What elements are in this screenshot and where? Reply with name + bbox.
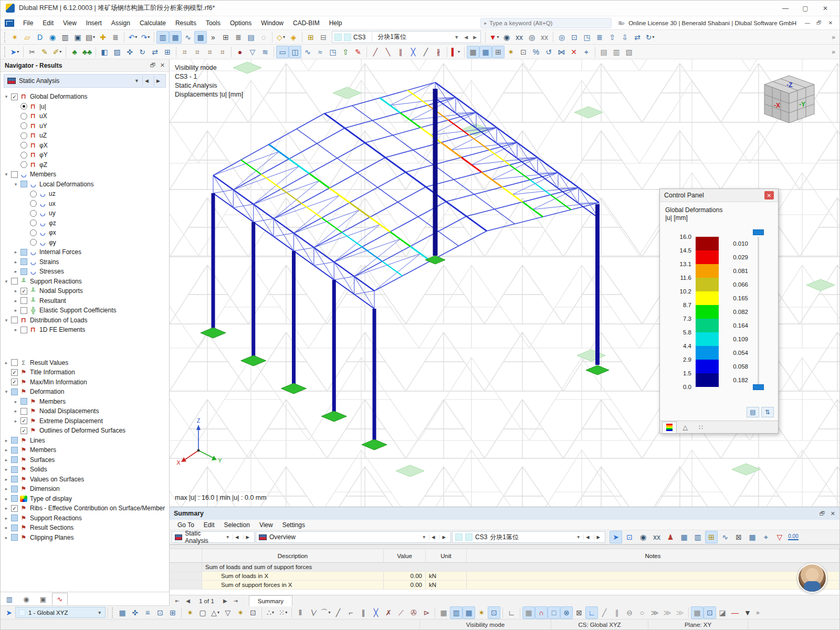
- toolbar-overflow-icon[interactable]: »: [830, 48, 837, 56]
- toolbar-grip[interactable]: [112, 607, 114, 618]
- snap-grid-button[interactable]: ▦: [522, 606, 535, 619]
- coordinate-system-combo[interactable]: 1 - Global XYZ ▼: [15, 607, 106, 618]
- tree-item-ribs-effective-contribution-on-surface-member[interactable]: ▸✓Ribs - Effective Contribution on Surfa…: [3, 503, 169, 513]
- checkbox-part[interactable]: [20, 249, 27, 256]
- control-panel-close-button[interactable]: ✕: [764, 191, 774, 200]
- print-preview-button[interactable]: ▥: [59, 31, 71, 44]
- edit-pen-button[interactable]: ✎: [38, 46, 51, 58]
- expander-icon[interactable]: ▸: [12, 327, 19, 332]
- move-copy-button[interactable]: ✜: [123, 46, 136, 58]
- tree-item-members[interactable]: ▸Members: [3, 397, 169, 407]
- snap-cross-button[interactable]: ⊠: [573, 606, 585, 619]
- expander-icon[interactable]: ▸: [12, 298, 19, 303]
- checkbox-check[interactable]: ✓: [11, 369, 18, 376]
- radio-selected[interactable]: [20, 103, 27, 110]
- redo-button[interactable]: ↷▾: [139, 31, 152, 44]
- checkbox-part[interactable]: [11, 476, 18, 482]
- tree-item-uz[interactable]: uZ: [3, 131, 169, 141]
- select-special-button[interactable]: ➤▾: [8, 46, 21, 58]
- expander-icon[interactable]: ▸: [12, 408, 19, 414]
- cube-face-z[interactable]: -Z: [786, 81, 792, 89]
- print-button[interactable]: ▤▾: [84, 31, 97, 44]
- display-mode-button[interactable]: ▦: [746, 531, 759, 543]
- expander-icon[interactable]: ▸: [12, 288, 19, 293]
- dim-4-button[interactable]: ╳: [407, 46, 419, 58]
- menu-tools[interactable]: Tools: [201, 17, 225, 29]
- checkbox-part[interactable]: [11, 524, 18, 531]
- search-input[interactable]: [489, 20, 608, 26]
- dropdown-caret-icon[interactable]: ▾: [652, 35, 654, 39]
- new-structure-view-button[interactable]: ⊞: [304, 31, 317, 44]
- radio-unselected[interactable]: [30, 191, 37, 197]
- checkbox-part[interactable]: [11, 486, 18, 492]
- tab-visibility-navigator[interactable]: ◉: [18, 593, 34, 605]
- summary-close-icon[interactable]: ✕: [831, 510, 835, 517]
- person-red-button[interactable]: ♟: [664, 531, 677, 543]
- pages-1-button[interactable]: ▤: [597, 46, 610, 58]
- tab-factors[interactable]: △: [678, 422, 692, 433]
- align-cs-button[interactable]: ≡: [141, 606, 154, 619]
- title-bar[interactable]: Dlubal RFEM | 6.12.0003 | 堆矿场钢结构施工阶段分析案例…: [1, 1, 839, 16]
- tab-filter[interactable]: ∷: [694, 422, 708, 433]
- expander-icon[interactable]: ▸: [12, 249, 19, 255]
- ucs-box-button[interactable]: ⊡: [154, 606, 166, 619]
- chevron-down-icon[interactable]: ▼: [134, 78, 139, 83]
- dropdown-caret-icon[interactable]: ▾: [135, 35, 137, 39]
- panel-button[interactable]: ▩: [194, 31, 207, 44]
- snap-arrow-2-button[interactable]: ≫: [661, 606, 674, 619]
- snap-magnet-button[interactable]: ∩: [535, 606, 548, 619]
- result-beam-button[interactable]: ∿: [301, 46, 314, 58]
- view-rotate-button[interactable]: ↻▾: [644, 31, 656, 44]
- value-list-button[interactable]: xx: [513, 31, 526, 44]
- gradient-fill-button[interactable]: ▨: [111, 46, 123, 58]
- dropdown-caret-icon[interactable]: ▾: [148, 35, 150, 39]
- axes-swap-button[interactable]: ⇄: [631, 31, 644, 44]
- hide-values-button[interactable]: xx: [650, 531, 663, 543]
- checkbox-off[interactable]: [20, 297, 27, 304]
- tree-item-uy[interactable]: uy: [3, 208, 169, 218]
- apply-eye-button[interactable]: ◎: [526, 31, 538, 44]
- menu-cad-bim[interactable]: CAD-BIM: [288, 17, 324, 29]
- tree-item-values-on-surfaces[interactable]: ▸Values on Surfaces: [3, 475, 169, 485]
- radio-unselected[interactable]: [30, 210, 37, 217]
- checkbox-part[interactable]: [11, 495, 18, 502]
- expander-icon[interactable]: ▸: [3, 438, 10, 443]
- printout-report-button[interactable]: ▤: [245, 31, 257, 44]
- guidelines-button[interactable]: ∴▾: [264, 606, 277, 619]
- pattern-copy-button[interactable]: ⊞: [161, 46, 174, 58]
- numbering-4-button[interactable]: ⌗: [216, 46, 229, 58]
- clipping-toggle-button[interactable]: ◫: [289, 46, 301, 58]
- dropdown-caret-icon[interactable]: ▾: [93, 35, 95, 39]
- tree-item-deformation[interactable]: ▾Deformation: [3, 387, 169, 397]
- tree-item-support-reactions[interactable]: ▸Support Reactions: [3, 513, 169, 523]
- node-dim-button[interactable]: ✗: [382, 606, 395, 619]
- ucs-grid-button[interactable]: ⊞: [166, 606, 179, 619]
- data-navigator-button[interactable]: ▥: [156, 31, 169, 44]
- arrow-z-down-button[interactable]: ⇩: [618, 31, 631, 44]
- mesh-4-button[interactable]: ✶: [475, 606, 488, 619]
- tree-item-strains[interactable]: ▸Strains: [3, 257, 169, 267]
- radio-unselected[interactable]: [20, 142, 27, 149]
- section-box-button[interactable]: ◈: [287, 31, 300, 44]
- menu-window[interactable]: Window: [256, 17, 288, 29]
- radio-unselected[interactable]: [20, 152, 27, 159]
- select-mode-button[interactable]: ➤: [3, 606, 15, 619]
- render-cube-button[interactable]: ◳: [581, 31, 593, 44]
- dlubal-center-button[interactable]: D: [34, 31, 46, 44]
- select-pointer-button[interactable]: ➤: [610, 531, 622, 543]
- tree-item-stresses[interactable]: ▸Stresses: [3, 267, 169, 277]
- user-avatar[interactable]: [797, 563, 827, 593]
- checkbox-part[interactable]: [20, 398, 27, 405]
- dropdown-caret-icon[interactable]: ▾: [59, 49, 61, 54]
- checkbox-part[interactable]: [11, 447, 18, 454]
- line-fork-button[interactable]: ∖∕: [307, 606, 319, 619]
- tree-item-nodal-supports[interactable]: ▸✓Nodal Supports: [3, 286, 169, 296]
- checkbox-part[interactable]: [20, 258, 27, 265]
- summary-menu-view[interactable]: View: [255, 520, 278, 530]
- pager-first-button[interactable]: ⇤: [173, 598, 182, 604]
- command-console-button[interactable]: »: [207, 31, 219, 44]
- checkbox-off[interactable]: [20, 307, 27, 314]
- line-slope-button[interactable]: ╱: [332, 606, 344, 619]
- fe-mesh-frame-button[interactable]: ⊡: [517, 46, 530, 58]
- dropdown-caret-icon[interactable]: ▾: [328, 610, 330, 615]
